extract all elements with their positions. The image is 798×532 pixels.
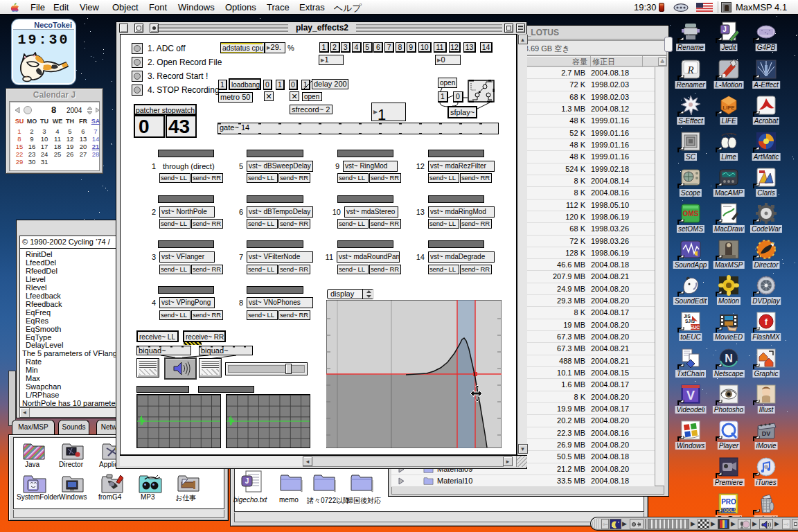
svg-text:PRO: PRO bbox=[721, 498, 736, 506]
svg-text:TOOLS: TOOLS bbox=[721, 508, 737, 513]
svg-text:J: J bbox=[245, 477, 249, 485]
svg-text:R: R bbox=[686, 64, 693, 76]
svg-text:JIS: JIS bbox=[684, 314, 691, 319]
svg-text:OMS: OMS bbox=[683, 210, 699, 218]
svg-text:J: J bbox=[722, 26, 727, 33]
svg-text:V: V bbox=[686, 389, 695, 402]
svg-text:DV: DV bbox=[762, 430, 771, 437]
svg-text:N: N bbox=[725, 353, 733, 364]
svg-text:LIFE: LIFE bbox=[722, 105, 735, 111]
svg-text:EUC: EUC bbox=[690, 325, 700, 330]
